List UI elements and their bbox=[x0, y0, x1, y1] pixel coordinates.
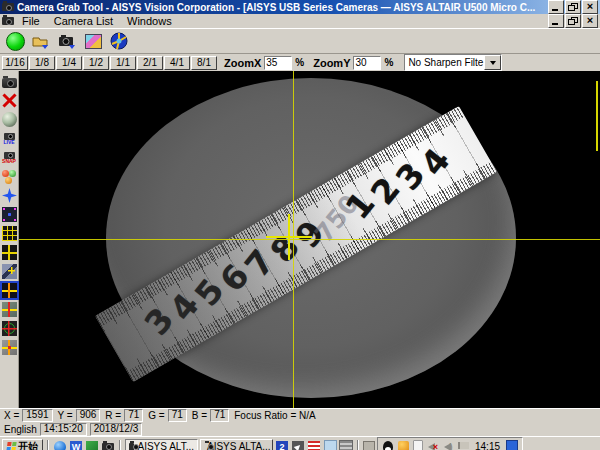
diagonal-measure-icon bbox=[2, 264, 17, 279]
security-tray-icon[interactable] bbox=[397, 441, 409, 450]
x-value: 1591 bbox=[22, 409, 52, 422]
g-value: 71 bbox=[168, 409, 187, 422]
snap-label: SNAP bbox=[2, 159, 16, 164]
task-aisys-altair-1[interactable]: AISYS ALT... bbox=[125, 439, 198, 450]
qq-tray-icon[interactable] bbox=[382, 441, 394, 450]
app-camera-icon bbox=[2, 3, 14, 11]
taskbar-divider bbox=[47, 440, 49, 450]
live-view-button[interactable]: LIVE bbox=[1, 129, 18, 148]
open-camera-button[interactable] bbox=[30, 31, 52, 51]
ie-quicklaunch-icon[interactable] bbox=[53, 440, 67, 450]
zoom-y-input[interactable] bbox=[353, 56, 381, 70]
color-balance-button[interactable] bbox=[1, 167, 18, 186]
child-minimize-button[interactable] bbox=[548, 14, 564, 28]
x-label: X = bbox=[2, 410, 19, 421]
menu-windows[interactable]: Windows bbox=[121, 15, 178, 28]
circle-target-button[interactable] bbox=[1, 319, 18, 338]
scale-1-8-button[interactable]: 1/8 bbox=[29, 56, 55, 70]
circle-target-icon bbox=[2, 321, 17, 336]
close-camera-button[interactable] bbox=[1, 91, 18, 110]
orange-cross-icon bbox=[2, 340, 17, 355]
main-toolbar bbox=[0, 29, 600, 54]
zoom-x-input[interactable] bbox=[264, 56, 292, 70]
diagonal-measure-button[interactable] bbox=[1, 262, 18, 281]
rgb-balls-icon bbox=[2, 169, 17, 184]
led-ball-icon bbox=[2, 112, 17, 127]
menu-camera-list[interactable]: Camera List bbox=[48, 15, 119, 28]
camera-tool-button[interactable] bbox=[1, 72, 18, 91]
device-tray-icon[interactable] bbox=[412, 441, 424, 450]
taskbar-divider bbox=[357, 440, 359, 450]
crosshair-icon bbox=[2, 245, 17, 260]
grid-overlay-button[interactable] bbox=[1, 224, 18, 243]
restore-button[interactable] bbox=[565, 0, 581, 14]
snap-camera-icon bbox=[4, 152, 15, 159]
child-close-button[interactable] bbox=[582, 14, 598, 28]
green-circle-icon bbox=[6, 32, 25, 51]
zoom-y-unit: % bbox=[384, 57, 393, 68]
roi-frame-button[interactable] bbox=[1, 281, 18, 300]
titlebar: Camera Grab Tool - AISYS Vision Corporat… bbox=[0, 0, 600, 14]
stack-quicklaunch-icon[interactable] bbox=[339, 440, 353, 450]
snap-button[interactable]: SNAP bbox=[1, 148, 18, 167]
b-value: 71 bbox=[210, 409, 229, 422]
camera-viewport[interactable]: 3 4 5 6 7 8 9 750 1 2 3 4 bbox=[19, 71, 600, 408]
minimize-button[interactable] bbox=[548, 0, 564, 14]
corner-points-button[interactable] bbox=[1, 205, 18, 224]
app-window: Camera Grab Tool - AISYS Vision Corporat… bbox=[0, 0, 600, 450]
roi-cross-icon bbox=[0, 281, 19, 300]
scale-1-16-button[interactable]: 1/16 bbox=[2, 56, 28, 70]
camera-icon bbox=[2, 78, 17, 88]
led-light-button[interactable] bbox=[1, 110, 18, 129]
speaker-icon[interactable]: ) bbox=[442, 441, 454, 450]
crosshair-vertical-line bbox=[293, 71, 294, 408]
open-folder-icon bbox=[32, 33, 50, 49]
task-aisys-altair-2[interactable]: AISYS ALTA... bbox=[200, 439, 273, 450]
image-settings-button[interactable] bbox=[82, 31, 104, 51]
center-cross-vertical bbox=[288, 214, 290, 260]
live-camera-icon bbox=[4, 133, 15, 140]
window-title: Camera Grab Tool - AISYS Vision Corporat… bbox=[17, 2, 545, 13]
crosshair-horizontal-line bbox=[19, 239, 600, 240]
scale-1-4-button[interactable]: 1/4 bbox=[56, 56, 82, 70]
flash-quicklaunch-icon[interactable]: 2 bbox=[275, 440, 289, 450]
keyboard-tray-icon[interactable] bbox=[363, 441, 375, 450]
scale-8-1-button[interactable]: 8/1 bbox=[191, 56, 217, 70]
launcher-quicklaunch-icon[interactable] bbox=[291, 440, 305, 450]
word-quicklaunch-icon[interactable]: W bbox=[69, 440, 83, 450]
task-camera-icon bbox=[129, 443, 134, 450]
scale-1-1-button[interactable]: 1/1 bbox=[110, 56, 136, 70]
dropdown-button[interactable] bbox=[484, 55, 501, 70]
color-image-icon bbox=[85, 34, 102, 49]
red-cross-marker-button[interactable] bbox=[1, 300, 18, 319]
camera-select-button[interactable] bbox=[56, 31, 78, 51]
menubar: File Camera List Windows bbox=[0, 14, 600, 29]
blue-tray-icon[interactable] bbox=[506, 441, 518, 450]
scale-1-2-button[interactable]: 1/2 bbox=[83, 56, 109, 70]
mdi-child-icon bbox=[2, 17, 14, 25]
flag-tray-icon[interactable] bbox=[457, 441, 469, 450]
aperture-icon bbox=[110, 32, 128, 50]
sharpen-filter-dropdown[interactable]: No Sharpen Filte bbox=[404, 54, 502, 71]
start-label: 开始 bbox=[18, 440, 38, 450]
tray-clock[interactable]: 14:15 bbox=[472, 441, 503, 450]
start-capture-button[interactable] bbox=[4, 31, 26, 51]
focus-ratio: Focus Ratio = N/A bbox=[232, 410, 315, 421]
scale-4-1-button[interactable]: 4/1 bbox=[164, 56, 190, 70]
media-quicklaunch-icon[interactable] bbox=[85, 440, 99, 450]
camera-quicklaunch-icon[interactable] bbox=[101, 440, 115, 450]
start-button[interactable]: 开始 bbox=[2, 439, 43, 450]
child-restore-button[interactable] bbox=[565, 14, 581, 28]
aperture-button[interactable] bbox=[108, 31, 130, 51]
camera-icon bbox=[58, 33, 76, 49]
red-tool-quicklaunch-icon[interactable] bbox=[307, 440, 321, 450]
volume-muted-icon[interactable]: × bbox=[427, 441, 439, 450]
star-marker-button[interactable] bbox=[1, 186, 18, 205]
scale-2-1-button[interactable]: 2/1 bbox=[137, 56, 163, 70]
notes-quicklaunch-icon[interactable] bbox=[323, 440, 337, 450]
orange-cross-marker-button[interactable] bbox=[1, 338, 18, 357]
crosshair-overlay-button[interactable] bbox=[1, 243, 18, 262]
g-label: G = bbox=[146, 410, 164, 421]
menu-file[interactable]: File bbox=[16, 15, 46, 28]
close-button[interactable] bbox=[582, 0, 598, 14]
